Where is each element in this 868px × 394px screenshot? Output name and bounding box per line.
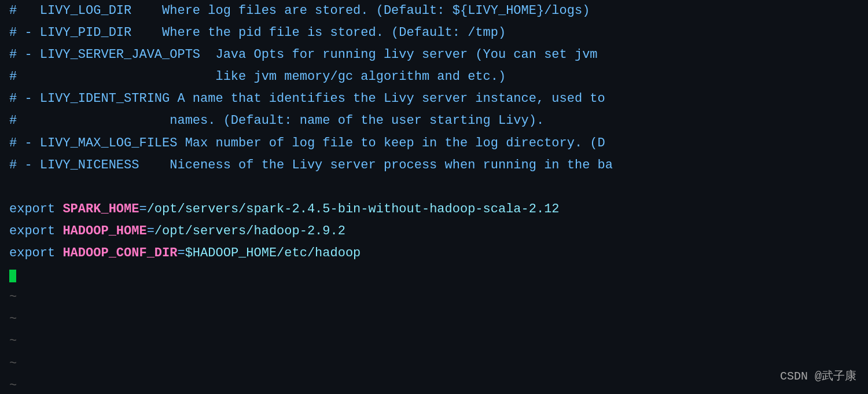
code-line-10: export SPARK_HOME=/opt/servers/spark-2.4… (0, 198, 868, 220)
code-line-13 (0, 264, 868, 286)
code-line-15: ~ (0, 308, 868, 330)
code-line-17: ~ (0, 353, 868, 375)
watermark: CSDN @武子康 (780, 368, 856, 384)
code-line-16: ~ (0, 330, 868, 352)
code-line-5: # - LIVY_IDENT_STRING A name that identi… (0, 88, 868, 110)
code-line-1: # LIVY_LOG_DIR Where log files are store… (0, 0, 868, 22)
code-line-7: # - LIVY_MAX_LOG_FILES Max number of log… (0, 132, 868, 154)
code-line-9 (0, 176, 868, 198)
cursor (9, 270, 16, 282)
code-line-3: # - LIVY_SERVER_JAVA_OPTS Java Opts for … (0, 44, 868, 66)
comment-hash: # (9, 3, 17, 18)
code-editor: # LIVY_LOG_DIR Where log files are store… (0, 0, 868, 394)
code-line-8: # - LIVY_NICENESS Niceness of the Livy s… (0, 154, 868, 176)
code-line-11: export HADOOP_HOME=/opt/servers/hadoop-2… (0, 220, 868, 242)
code-line-2: # - LIVY_PID_DIR Where the pid file is s… (0, 22, 868, 44)
code-line-6: # names. (Default: name of the user star… (0, 110, 868, 132)
code-line-18: ~ (0, 375, 868, 394)
code-line-4: # like jvm memory/gc algorithm and etc.) (0, 66, 868, 88)
code-line-14: ~ (0, 286, 868, 308)
code-line-12: export HADOOP_CONF_DIR=$HADOOP_HOME/etc/… (0, 242, 868, 264)
